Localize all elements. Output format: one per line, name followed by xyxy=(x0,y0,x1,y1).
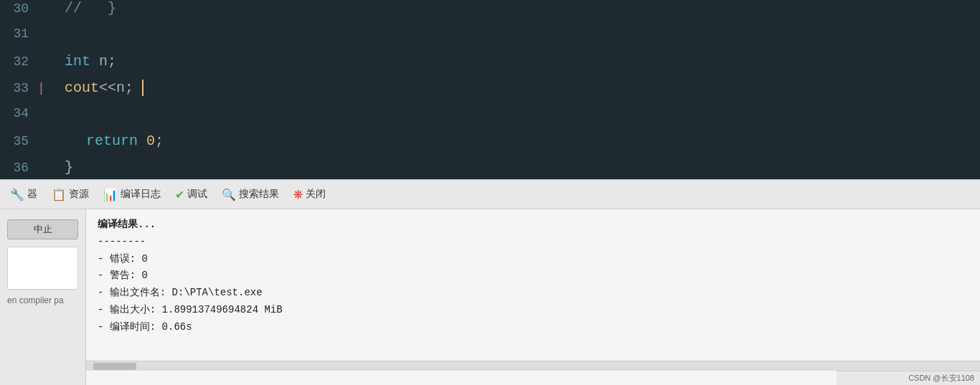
left-panel: 中止 en compiler pa xyxy=(0,209,86,385)
output-filesize: - 输出大小: 1.89913749694824 MiB xyxy=(98,302,969,319)
code-editor: 30 // } 31 32 int n; 33 | cout<<n; xyxy=(0,0,980,179)
build-log-icon: 📊 xyxy=(103,188,118,201)
toolbar: 🔧 器 📋 资源 📊 编译日志 ✔ 调试 🔍 搜索结果 ❋ 关闭 xyxy=(0,179,980,209)
toolbar-item-search[interactable]: 🔍 搜索结果 xyxy=(215,185,286,204)
output-compile-time: - 编译时间: 0.66s xyxy=(98,319,969,336)
line-marker-33: | xyxy=(37,81,43,95)
horizontal-scrollbar[interactable] xyxy=(86,361,980,371)
toolbar-item-compiler[interactable]: 🔧 器 xyxy=(3,185,44,204)
status-text: CSDN @长安1108 xyxy=(908,373,974,384)
search-icon: 🔍 xyxy=(222,188,236,201)
output-area: 编译结果... -------- - 错误: 0 - 警告: 0 - 输出文件名… xyxy=(86,209,980,385)
debug-icon: ✔ xyxy=(175,188,184,201)
toolbar-item-resources[interactable]: 📋 资源 xyxy=(44,185,96,204)
code-line-36: 36 } xyxy=(0,159,980,179)
code-line-33: 33 | cout<<n; xyxy=(0,80,980,106)
compiler-icon: 🔧 xyxy=(10,188,24,201)
close-icon: ❋ xyxy=(293,188,303,201)
output-separator: -------- xyxy=(98,234,969,251)
line-number-32: 32 xyxy=(0,54,37,69)
resources-icon: 📋 xyxy=(52,188,66,201)
toolbar-label-compiler: 器 xyxy=(27,188,37,201)
line-number-31: 31 xyxy=(0,27,37,41)
code-line-30: 30 // } xyxy=(0,0,980,27)
bottom-panel: 中止 en compiler pa 编译结果... -------- - 错误:… xyxy=(0,209,980,385)
compiler-input xyxy=(7,247,78,290)
output-errors: - 错误: 0 xyxy=(98,251,969,268)
scrollbar-thumb[interactable] xyxy=(93,363,136,370)
line-number-36: 36 xyxy=(0,161,37,175)
toolbar-label-search: 搜索结果 xyxy=(239,188,279,201)
output-warnings: - 警告: 0 xyxy=(98,267,969,285)
toolbar-item-debug[interactable]: ✔ 调试 xyxy=(168,185,215,204)
line-number-30: 30 xyxy=(0,1,37,16)
status-bar: CSDN @长安1108 xyxy=(837,371,980,385)
output-filename: - 输出文件名: D:\PTA\test.exe xyxy=(98,285,969,302)
toolbar-label-build-log: 编译日志 xyxy=(121,188,161,201)
line-number-33: 33 xyxy=(0,81,37,95)
code-line-35: 35 return 0; xyxy=(0,133,980,159)
line-content-35: return 0; xyxy=(43,133,980,149)
output-title: 编译结果... xyxy=(98,217,969,234)
line-number-35: 35 xyxy=(0,134,37,148)
toolbar-label-debug: 调试 xyxy=(187,188,207,201)
line-content-30: // } xyxy=(43,0,980,16)
line-content-32: int n; xyxy=(43,53,980,70)
code-line-32: 32 int n; xyxy=(0,53,980,80)
line-number-34: 34 xyxy=(0,106,37,120)
line-content-36: } xyxy=(43,159,980,176)
code-line-34: 34 xyxy=(0,106,980,133)
toolbar-item-close[interactable]: ❋ 关闭 xyxy=(286,185,333,204)
toolbar-label-close: 关闭 xyxy=(306,188,326,201)
toolbar-label-resources: 资源 xyxy=(69,188,89,201)
code-line-31: 31 xyxy=(0,27,980,53)
compiler-label: en compiler pa xyxy=(7,295,78,305)
stop-button[interactable]: 中止 xyxy=(7,219,78,239)
toolbar-item-build-log[interactable]: 📊 编译日志 xyxy=(96,185,168,204)
line-content-33: cout<<n; xyxy=(43,80,980,96)
